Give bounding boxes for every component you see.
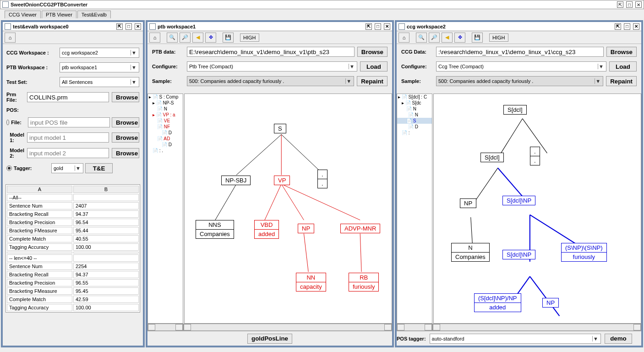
table-row: --All-- <box>7 194 139 201</box>
model1-input[interactable] <box>27 132 109 143</box>
panel-icon <box>398 23 405 30</box>
prm-input[interactable] <box>27 92 109 102</box>
table-row: Tagging Accuracy100.00 <box>7 304 139 311</box>
ptb-tree-nav[interactable]: ▸ 📄 S : Comp ▸ 📄 NP-S 📄 N ▸ 📄 VP : a 📄 V… <box>147 94 183 324</box>
table-row: Sentence Num2254 <box>7 263 139 270</box>
zoom-in-icon[interactable]: 🔍 <box>416 33 427 43</box>
panel-close-icon[interactable]: ✕ <box>384 23 390 30</box>
panel-close-icon[interactable]: ✕ <box>135 23 141 30</box>
chevron-down-icon: ▼ <box>131 65 137 70</box>
panel-icon <box>149 23 156 30</box>
model1-browse-button[interactable]: Browse <box>112 132 139 143</box>
back-icon[interactable]: ◀ <box>442 33 453 43</box>
model2-browse-button[interactable]: Browse <box>112 148 139 158</box>
panel-max-icon[interactable]: □ <box>624 23 630 30</box>
home-icon[interactable]: ⌂ <box>398 33 409 43</box>
svg-line-9 <box>498 119 523 158</box>
testset-select[interactable]: All Sentences▼ <box>60 77 139 87</box>
ptb-canvas[interactable]: S NP-SBJ VP .. NNSCompanies VBDadded NP … <box>184 94 392 324</box>
ptb-data-label: PTB data: <box>152 49 184 55</box>
table-row: Tagging Accuracy100.00 <box>7 243 139 251</box>
home-icon[interactable]: ⌂ <box>149 33 160 43</box>
table-row <box>7 252 139 253</box>
nav-scrollbar[interactable] <box>397 324 432 331</box>
tagger-select[interactable]: gold▼ <box>51 163 83 173</box>
save-icon[interactable]: 💾 <box>472 33 483 43</box>
demo-button[interactable]: demo <box>605 334 632 344</box>
table-row: Bracketing Recall94.37 <box>7 271 139 278</box>
back-icon[interactable]: ◀ <box>192 33 203 43</box>
stats-hdr-b: B <box>73 186 139 193</box>
ptb-config-select[interactable]: Ptb Tree (Compact)▼ <box>187 61 357 72</box>
svg-line-4 <box>265 184 281 220</box>
tab-ptb-viewer[interactable]: PTB Viewer <box>42 11 76 18</box>
high-toggle[interactable]: HIGH <box>489 33 508 42</box>
ccg-browse-button[interactable]: Browse <box>606 47 637 57</box>
minimize-icon[interactable]: ⇱ <box>617 1 623 8</box>
ccg-data-label: CCG Data: <box>401 49 433 55</box>
app-titlebar: SweetOnionCCG2PTBConverter ⇱ □ ✕ <box>0 0 644 9</box>
ccg-ws-select[interactable]: ccg workspace2▼ <box>60 48 139 58</box>
model2-input[interactable] <box>27 148 109 158</box>
panel-min-icon[interactable]: ⇱ <box>116 23 123 30</box>
pos-file-input[interactable] <box>28 117 110 127</box>
canvas-scrollbar[interactable] <box>432 324 641 331</box>
ptb-sample-select[interactable]: 500: Companies added capacity furiously … <box>187 76 354 86</box>
panel-max-icon[interactable]: □ <box>375 23 381 30</box>
node-s: S <box>274 124 286 133</box>
ptb-data-input[interactable] <box>187 47 355 57</box>
file-label: File: <box>11 120 26 125</box>
ccg-config-select[interactable]: Ccg Tree (Compact)▼ <box>436 61 606 72</box>
panel-title-text: ccg workspace2 <box>407 24 446 29</box>
gold-pos-line-button[interactable]: goldPosLine <box>247 334 292 344</box>
panel-title-text: ptb workspace1 <box>158 24 196 29</box>
pos-tagger-select[interactable]: auto-standford▼ <box>430 334 601 344</box>
ptb-ws-select[interactable]: ptb workspace1▼ <box>60 62 139 72</box>
ccg-load-button[interactable]: Load <box>609 61 637 72</box>
table-row: Complete Match42.59 <box>7 296 139 303</box>
expand-icon[interactable]: ✥ <box>205 33 216 43</box>
ptb-load-button[interactable]: Load <box>360 61 387 72</box>
ccg-config-label: Configure: <box>401 64 433 69</box>
model1-label: Model 1: <box>10 132 24 143</box>
chevron-down-icon: ▼ <box>349 64 355 69</box>
tab-test-evalb[interactable]: Test&Evalb <box>77 11 111 18</box>
ccg-data-input[interactable] <box>436 47 604 57</box>
zoom-in-icon[interactable]: 🔍 <box>167 33 178 43</box>
home-icon[interactable]: ⌂ <box>5 33 16 43</box>
prm-browse-button[interactable]: Browse <box>112 92 139 102</box>
ccg-tree-nav[interactable]: ▸ 📄 S[dcl] : C ▸ 📄 S[dc 📄 N 📄 N 📄 S 📄 D … <box>397 94 432 324</box>
tab-ccg-viewer[interactable]: CCG Viewer <box>5 11 41 18</box>
nav-scrollbar[interactable] <box>147 324 183 331</box>
save-icon[interactable]: 💾 <box>223 33 234 43</box>
expand-icon[interactable]: ✥ <box>454 33 465 43</box>
ptb-browse-button[interactable]: Browse <box>357 47 387 57</box>
node-rb: RBfuriously <box>349 273 379 292</box>
node-sdclnp2: S[dcl]\NP <box>502 250 535 259</box>
panel-close-icon[interactable]: ✕ <box>633 23 639 30</box>
ptb-repaint-button[interactable]: Repaint <box>357 76 387 86</box>
ccg-sample-select[interactable]: 500: Companies added capacity furiously … <box>436 76 603 86</box>
maximize-icon[interactable]: □ <box>626 1 633 8</box>
node-sdcl: S[dcl] <box>503 105 527 115</box>
prm-label: Prm File: <box>6 92 24 103</box>
panel-max-icon[interactable]: □ <box>126 23 132 30</box>
te-button[interactable]: T&E <box>85 163 113 173</box>
ccg-canvas[interactable]: S[dcl] S[dcl] .. NP S[dcl]\NP NCompanies… <box>433 94 641 324</box>
canvas-scrollbar[interactable] <box>183 324 392 331</box>
panel-min-icon[interactable]: ⇱ <box>615 23 621 30</box>
radio-file[interactable] <box>6 120 9 125</box>
high-toggle[interactable]: HIGH <box>240 33 259 42</box>
chevron-down-icon: ▼ <box>131 50 137 55</box>
radio-tagger[interactable] <box>6 165 12 171</box>
ccg-repaint-button[interactable]: Repaint <box>606 76 637 86</box>
node-nns: NNSCompanies <box>196 220 234 239</box>
panel-min-icon[interactable]: ⇱ <box>366 23 372 30</box>
zoom-out-icon[interactable]: 🔎 <box>429 33 440 43</box>
zoom-out-icon[interactable]: 🔎 <box>180 33 191 43</box>
node-vbd: VBDadded <box>254 220 279 239</box>
close-icon[interactable]: ✕ <box>635 1 642 8</box>
pos-file-browse-button[interactable]: Browse <box>112 117 139 127</box>
node-npsbj: NP-SBJ <box>221 176 251 185</box>
chevron-down-icon: ▼ <box>592 336 599 341</box>
